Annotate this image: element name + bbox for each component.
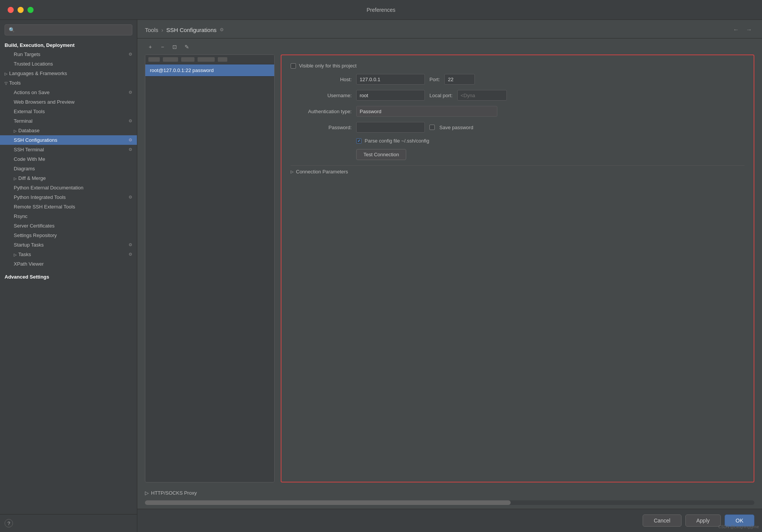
ssh-body-outer: + − ⊡ ✎ root@127.0. [137, 38, 762, 509]
main-container: 🔍 Build, Execution, Deployment Run Targe… [0, 20, 762, 532]
external-tools-label: External Tools [14, 109, 45, 114]
chevron-icon: ▷ [14, 129, 17, 133]
remove-button[interactable]: − [157, 42, 168, 51]
ssh-list: root@127.0.0.1:22 password [145, 54, 275, 482]
tasks-label: Tasks [18, 252, 31, 257]
ssh-list-panel: root@127.0.0.1:22 password [145, 54, 275, 482]
breadcrumb-root: Tools [145, 27, 158, 33]
auth-type-row: Authentication type: [291, 106, 744, 117]
http-socks-proxy-section[interactable]: ▷ HTTP/SOCKS Proxy [137, 490, 762, 500]
ssh-list-item[interactable]: root@127.0.0.1:22 password [145, 64, 274, 77]
host-input[interactable] [356, 74, 425, 85]
username-input[interactable] [356, 90, 425, 101]
test-connection-button[interactable]: Test Connection [356, 149, 406, 160]
host-port-row: Host: Port: [291, 74, 744, 85]
port-input[interactable] [444, 74, 475, 85]
sidebar-item-xpath-viewer[interactable]: XPath Viewer [0, 259, 137, 269]
connection-params-label: Connection Parameters [296, 169, 348, 175]
placeholder-row [145, 55, 274, 64]
sidebar-item-python-integrated-tools[interactable]: Python Integrated Tools ⚙ [0, 192, 137, 202]
ssh-terminal-label: SSH Terminal [14, 147, 44, 152]
sidebar-item-startup-tasks[interactable]: Startup Tasks ⚙ [0, 240, 137, 250]
save-password-checkbox[interactable] [429, 125, 435, 130]
diagrams-label: Diagrams [14, 166, 35, 171]
close-button[interactable] [8, 7, 14, 13]
web-browsers-preview-label: Web Browsers and Preview [14, 99, 74, 105]
http-socks-label: HTTP/SOCKS Proxy [151, 490, 197, 496]
sidebar-item-build-execution-deployment[interactable]: Build, Execution, Deployment [0, 40, 137, 50]
port-label: Port: [429, 77, 440, 82]
sidebar-item-settings-repository[interactable]: Settings Repository [0, 231, 137, 240]
parse-config-checkbox[interactable] [356, 138, 362, 144]
sidebar-item-web-browsers-preview[interactable]: Web Browsers and Preview [0, 97, 137, 107]
visible-only-checkbox[interactable] [291, 63, 296, 69]
sidebar-item-trusted-locations[interactable]: Trusted Locations [0, 59, 137, 69]
sidebar-item-terminal[interactable]: Terminal ⚙ [0, 116, 137, 126]
chevron-icon: ▷ [14, 253, 17, 257]
sidebar-item-tools-header[interactable]: ▽Tools [0, 78, 137, 88]
settings-repository-label: Settings Repository [14, 232, 57, 238]
sidebar-item-remote-ssh-external-tools[interactable]: Remote SSH External Tools [0, 202, 137, 212]
actions-on-save-label: Actions on Save [14, 90, 50, 95]
placeholder-box-5 [218, 57, 227, 62]
sidebar-item-diagrams[interactable]: Diagrams [0, 164, 137, 173]
placeholder-box-2 [163, 57, 178, 62]
edit-button[interactable]: ✎ [182, 42, 192, 51]
languages-frameworks-label: Languages & Frameworks [9, 71, 67, 76]
minimize-button[interactable] [18, 7, 24, 13]
host-label: Host: [291, 77, 352, 82]
help-button[interactable]: ? [5, 519, 13, 527]
search-icon: 🔍 [9, 27, 15, 33]
title-bar: Preferences [0, 0, 762, 20]
gear-icon: ⚙ [129, 119, 132, 123]
sidebar-item-diff-merge[interactable]: ▷Diff & Merge [0, 173, 137, 183]
breadcrumb: Tools › SSH Configurations ⚙ [145, 27, 224, 33]
username-label: Username: [291, 93, 352, 98]
window-title: Preferences [367, 7, 395, 13]
nav-forward-button[interactable]: → [744, 25, 754, 34]
horizontal-scrollbar[interactable] [145, 500, 754, 505]
chevron-down-icon: ▽ [5, 81, 8, 85]
connection-parameters-section[interactable]: ▷ Connection Parameters [291, 165, 744, 178]
sidebar-item-ssh-terminal[interactable]: SSH Terminal ⚙ [0, 145, 137, 154]
auth-type-input[interactable] [356, 106, 497, 117]
ssh-body: root@127.0.0.1:22 password Visible only … [137, 54, 762, 490]
sidebar-item-rsync[interactable]: Rsync [0, 212, 137, 221]
gear-icon: ⚙ [129, 147, 132, 152]
database-label: Database [18, 128, 40, 133]
copy-button[interactable]: ⊡ [169, 42, 180, 51]
run-targets-label: Run Targets [14, 51, 40, 57]
add-button[interactable]: + [145, 42, 156, 51]
rsync-label: Rsync [14, 213, 27, 219]
sidebar-item-external-tools[interactable]: External Tools [0, 107, 137, 116]
startup-tasks-label: Startup Tasks [14, 242, 44, 248]
sidebar-item-advanced-settings[interactable]: Advanced Settings [0, 272, 137, 281]
sidebar-item-database[interactable]: ▷Database [0, 126, 137, 135]
placeholder-box-4 [198, 57, 215, 62]
local-port-input[interactable] [457, 90, 507, 101]
apply-button[interactable]: Apply [685, 514, 721, 527]
sidebar-item-code-with-me[interactable]: Code With Me [0, 154, 137, 164]
chevron-right-icon-http: ▷ [145, 490, 149, 496]
cancel-button[interactable]: Cancel [643, 514, 682, 527]
sidebar-item-actions-on-save[interactable]: Actions on Save ⚙ [0, 88, 137, 97]
placeholder-box-1 [148, 57, 160, 62]
password-input[interactable] [356, 122, 425, 133]
sidebar-item-python-external-docs[interactable]: Python External Documentation [0, 183, 137, 192]
sidebar-content: Build, Execution, Deployment Run Targets… [0, 38, 137, 514]
ssh-configurations-label: SSH Configurations [14, 137, 57, 143]
sidebar-item-ssh-configurations[interactable]: SSH Configurations ⚙ [0, 135, 137, 145]
footer: Cancel Apply OK [137, 509, 762, 532]
nav-back-button[interactable]: ← [731, 25, 741, 34]
sidebar-footer: ? [0, 514, 137, 532]
sidebar-item-tasks[interactable]: ▷Tasks ⚙ [0, 250, 137, 259]
sidebar-item-languages-frameworks[interactable]: ▷Languages & Frameworks [0, 69, 137, 78]
password-row: Password: Save password [291, 122, 744, 133]
search-box[interactable]: 🔍 [5, 24, 132, 35]
maximize-button[interactable] [27, 7, 34, 13]
save-password-label: Save password [439, 125, 473, 130]
chevron-right-icon: ▷ [291, 170, 294, 174]
sidebar-item-run-targets[interactable]: Run Targets ⚙ [0, 50, 137, 59]
sidebar-item-server-certificates[interactable]: Server Certificates [0, 221, 137, 231]
search-input[interactable] [17, 27, 128, 33]
